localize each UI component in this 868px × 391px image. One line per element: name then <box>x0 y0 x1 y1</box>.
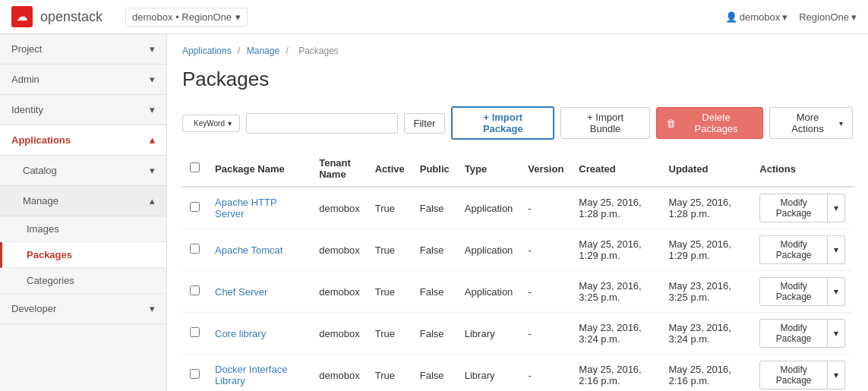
package-link[interactable]: Apache HTTP Server <box>215 197 276 219</box>
col-tenant-name: TenantName <box>311 151 367 187</box>
modify-chevron-icon: ▾ <box>834 244 838 255</box>
breadcrumb-sep1: / <box>238 46 243 56</box>
package-link[interactable]: Core library <box>215 328 266 339</box>
import-bundle-button[interactable]: + Import Bundle <box>560 107 650 139</box>
search-input[interactable] <box>246 113 398 134</box>
table-row: Core library demobox True False Library … <box>182 313 853 355</box>
sidebar-item-admin[interactable]: Admin ▾ <box>0 65 166 95</box>
manage-chevron-icon: ▴ <box>150 195 155 207</box>
select-all-checkbox[interactable] <box>190 162 200 172</box>
row-version: - <box>520 229 571 271</box>
breadcrumb-manage[interactable]: Manage <box>247 46 279 56</box>
filter-button[interactable]: Filter <box>404 113 446 134</box>
more-actions-chevron-icon: ▾ <box>839 119 843 128</box>
package-link[interactable]: Apache Tomcat <box>215 244 282 256</box>
nav-right: 👤 demobox ▾ RegionOne ▾ <box>725 11 857 23</box>
col-created: Created <box>571 151 661 187</box>
row-active: True <box>368 355 412 392</box>
row-package-name: Chef Server <box>207 271 311 313</box>
row-actions: Modify Package ▾ <box>752 271 853 313</box>
row-active: True <box>368 187 412 229</box>
table-row: Apache Tomcat demobox True False Applica… <box>182 229 853 271</box>
user-menu[interactable]: 👤 demobox ▾ <box>725 11 788 23</box>
identity-chevron-icon: ▾ <box>150 104 155 115</box>
developer-chevron-icon: ▾ <box>150 303 155 314</box>
filter-label: Filter <box>414 118 436 129</box>
sidebar-admin-label: Admin <box>11 74 39 85</box>
modify-package-dropdown[interactable]: ▾ <box>828 319 845 348</box>
more-actions-label: More Actions <box>779 112 836 134</box>
modify-package-button[interactable]: Modify Package <box>759 319 828 348</box>
sidebar-item-applications[interactable]: Applications ▴ <box>0 125 166 156</box>
modify-package-button[interactable]: Modify Package <box>759 277 828 306</box>
sidebar-subitem-packages[interactable]: Packages <box>0 242 166 268</box>
row-checkbox <box>182 313 207 355</box>
row-public: False <box>412 355 457 392</box>
catalog-chevron-icon: ▾ <box>150 165 155 176</box>
modify-package-dropdown[interactable]: ▾ <box>828 361 845 389</box>
sidebar: Project ▾ Admin ▾ Identity ▾ Application… <box>0 34 167 391</box>
modify-package-button[interactable]: Modify Package <box>759 235 828 264</box>
row-public: False <box>412 271 457 313</box>
row-created: May 25, 2016, 2:16 p.m. <box>571 355 661 392</box>
top-navbar: ☁ openstack demobox • RegionOne ▾ 👤 demo… <box>0 0 868 34</box>
row-package-name: Apache Tomcat <box>207 229 311 271</box>
sidebar-subitem-categories[interactable]: Categories <box>0 268 166 294</box>
sidebar-manage-label: Manage <box>23 195 58 207</box>
row-active: True <box>368 271 412 313</box>
row-select-checkbox[interactable] <box>190 327 200 337</box>
sidebar-item-catalog[interactable]: Catalog ▾ <box>0 156 166 186</box>
sidebar-developer-label: Developer <box>11 303 56 314</box>
row-select-checkbox[interactable] <box>190 244 200 254</box>
row-select-checkbox[interactable] <box>190 285 200 295</box>
logo-text: openstack <box>40 9 103 25</box>
col-package-name: Package Name <box>207 151 311 187</box>
row-select-checkbox[interactable] <box>190 202 200 212</box>
modify-package-button[interactable]: Modify Package <box>759 194 828 222</box>
row-package-name: Core library <box>207 313 311 355</box>
row-tenant: demobox <box>311 271 367 313</box>
modify-package-dropdown[interactable]: ▾ <box>828 194 845 222</box>
row-actions: Modify Package ▾ <box>752 229 853 271</box>
sidebar-catalog-label: Catalog <box>23 165 57 176</box>
page-title: Packages <box>182 68 853 91</box>
keyword-dropdown[interactable]: KeyWord ▾ <box>182 115 240 132</box>
row-updated: May 23, 2016, 3:25 p.m. <box>661 271 753 313</box>
delete-label: Delete Packages <box>679 112 753 134</box>
row-tenant: demobox <box>311 187 367 229</box>
modify-package-button[interactable]: Modify Package <box>759 361 828 389</box>
package-link[interactable]: Docker Interface Library <box>215 364 287 386</box>
region-right-menu[interactable]: RegionOne ▾ <box>799 11 857 23</box>
package-link[interactable]: Chef Server <box>215 286 267 298</box>
admin-chevron-icon: ▾ <box>150 74 155 85</box>
categories-label: Categories <box>27 275 74 286</box>
row-type: Application <box>457 229 521 271</box>
row-version: - <box>520 187 571 229</box>
row-version: - <box>520 355 571 392</box>
row-public: False <box>412 229 457 271</box>
row-updated: May 25, 2016, 1:28 p.m. <box>661 187 753 229</box>
user-label: demobox <box>740 11 780 23</box>
delete-packages-button[interactable]: 🗑 Delete Packages <box>656 107 763 139</box>
row-tenant: demobox <box>311 355 367 392</box>
row-select-checkbox[interactable] <box>190 369 200 379</box>
sidebar-item-manage[interactable]: Manage ▴ <box>0 186 166 216</box>
sidebar-item-project[interactable]: Project ▾ <box>0 34 166 65</box>
modify-package-dropdown[interactable]: ▾ <box>828 235 845 264</box>
row-tenant: demobox <box>311 229 367 271</box>
row-package-name: Docker Interface Library <box>207 355 311 392</box>
user-chevron-icon: ▾ <box>782 11 788 23</box>
breadcrumb-sep2: / <box>286 46 291 56</box>
row-actions: Modify Package ▾ <box>752 355 853 392</box>
sidebar-item-identity[interactable]: Identity ▾ <box>0 95 166 125</box>
breadcrumb-applications[interactable]: Applications <box>182 46 232 56</box>
sidebar-item-developer[interactable]: Developer ▾ <box>0 294 166 324</box>
row-checkbox <box>182 355 207 392</box>
import-package-button[interactable]: + Import Package <box>451 106 554 140</box>
row-created: May 25, 2016, 1:28 p.m. <box>571 187 661 229</box>
region-selector[interactable]: demobox • RegionOne ▾ <box>125 8 248 27</box>
modify-chevron-icon: ▾ <box>834 203 838 213</box>
sidebar-subitem-images[interactable]: Images <box>0 216 166 242</box>
more-actions-button[interactable]: More Actions ▾ <box>769 107 853 139</box>
modify-package-dropdown[interactable]: ▾ <box>828 277 845 306</box>
